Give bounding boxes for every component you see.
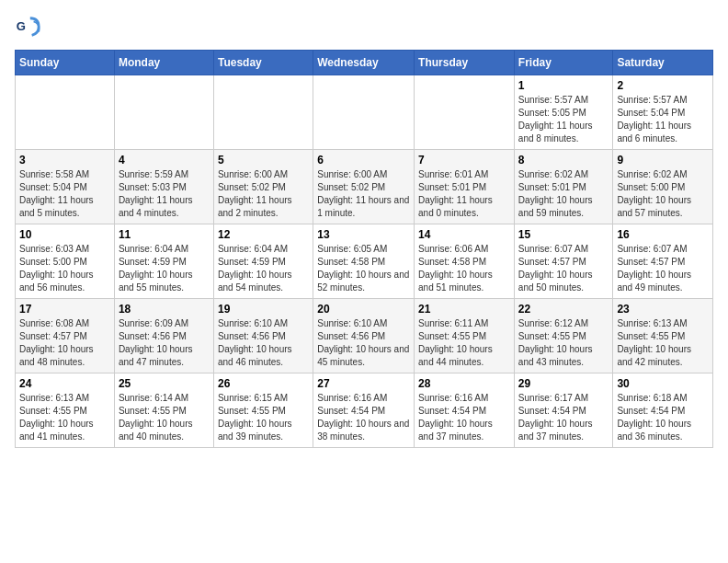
day-info: Sunrise: 6:04 AM Sunset: 4:59 PM Dayligh… xyxy=(119,243,210,294)
day-info: Sunrise: 6:13 AM Sunset: 4:55 PM Dayligh… xyxy=(617,317,709,369)
logo-icon: G xyxy=(15,15,40,40)
day-number: 29 xyxy=(518,377,609,390)
day-number: 22 xyxy=(518,303,609,316)
day-cell xyxy=(16,75,115,150)
logo: G xyxy=(15,15,44,40)
day-number: 20 xyxy=(317,303,410,316)
day-info: Sunrise: 6:10 AM Sunset: 4:56 PM Dayligh… xyxy=(218,317,309,369)
day-cell: 7Sunrise: 6:01 AM Sunset: 5:01 PM Daylig… xyxy=(415,150,515,224)
day-number: 15 xyxy=(518,228,609,241)
day-cell: 19Sunrise: 6:10 AM Sunset: 4:56 PM Dayli… xyxy=(213,299,313,373)
day-number: 7 xyxy=(418,154,510,167)
day-number: 23 xyxy=(617,303,709,316)
day-info: Sunrise: 6:16 AM Sunset: 4:54 PM Dayligh… xyxy=(317,392,410,443)
weekday-header: SundayMondayTuesdayWednesdayThursdayFrid… xyxy=(16,51,713,75)
day-cell: 23Sunrise: 6:13 AM Sunset: 4:55 PM Dayli… xyxy=(613,299,713,373)
day-number: 9 xyxy=(617,154,709,167)
day-cell: 26Sunrise: 6:15 AM Sunset: 4:55 PM Dayli… xyxy=(213,373,313,448)
day-info: Sunrise: 6:00 AM Sunset: 5:02 PM Dayligh… xyxy=(218,168,309,220)
day-cell xyxy=(415,75,515,150)
day-number: 3 xyxy=(19,154,110,167)
day-cell: 18Sunrise: 6:09 AM Sunset: 4:56 PM Dayli… xyxy=(114,299,213,373)
day-number: 18 xyxy=(119,303,210,316)
calendar: SundayMondayTuesdayWednesdayThursdayFrid… xyxy=(15,50,713,448)
day-info: Sunrise: 6:06 AM Sunset: 4:58 PM Dayligh… xyxy=(418,243,510,294)
day-info: Sunrise: 6:12 AM Sunset: 4:55 PM Dayligh… xyxy=(518,317,609,369)
day-number: 13 xyxy=(317,228,410,241)
day-cell: 9Sunrise: 6:02 AM Sunset: 5:00 PM Daylig… xyxy=(613,150,713,224)
week-row-5: 24Sunrise: 6:13 AM Sunset: 4:55 PM Dayli… xyxy=(16,373,713,448)
day-number: 26 xyxy=(218,377,309,390)
week-row-1: 1Sunrise: 5:57 AM Sunset: 5:05 PM Daylig… xyxy=(16,75,713,150)
day-number: 14 xyxy=(418,228,510,241)
day-number: 21 xyxy=(418,303,510,316)
day-number: 27 xyxy=(317,377,410,390)
day-cell xyxy=(313,75,415,150)
day-number: 10 xyxy=(19,228,110,241)
day-cell: 11Sunrise: 6:04 AM Sunset: 4:59 PM Dayli… xyxy=(114,224,213,299)
day-info: Sunrise: 6:11 AM Sunset: 4:55 PM Dayligh… xyxy=(418,317,510,369)
week-row-2: 3Sunrise: 5:58 AM Sunset: 5:04 PM Daylig… xyxy=(16,150,713,224)
day-info: Sunrise: 6:02 AM Sunset: 5:01 PM Dayligh… xyxy=(518,168,609,220)
day-number: 11 xyxy=(119,228,210,241)
calendar-body: 1Sunrise: 5:57 AM Sunset: 5:05 PM Daylig… xyxy=(16,75,713,448)
weekday-thursday: Thursday xyxy=(415,51,515,75)
day-info: Sunrise: 5:58 AM Sunset: 5:04 PM Dayligh… xyxy=(19,168,110,220)
weekday-monday: Monday xyxy=(114,51,213,75)
day-info: Sunrise: 6:07 AM Sunset: 4:57 PM Dayligh… xyxy=(617,243,709,294)
day-info: Sunrise: 5:57 AM Sunset: 5:04 PM Dayligh… xyxy=(617,94,709,145)
day-info: Sunrise: 6:10 AM Sunset: 4:56 PM Dayligh… xyxy=(317,317,410,369)
day-cell: 24Sunrise: 6:13 AM Sunset: 4:55 PM Dayli… xyxy=(16,373,115,448)
weekday-tuesday: Tuesday xyxy=(213,51,313,75)
day-number: 24 xyxy=(19,377,110,390)
day-cell: 25Sunrise: 6:14 AM Sunset: 4:55 PM Dayli… xyxy=(114,373,213,448)
day-cell xyxy=(114,75,213,150)
day-number: 1 xyxy=(518,79,609,92)
day-cell: 5Sunrise: 6:00 AM Sunset: 5:02 PM Daylig… xyxy=(213,150,313,224)
day-number: 30 xyxy=(617,377,709,390)
day-cell: 6Sunrise: 6:00 AM Sunset: 5:02 PM Daylig… xyxy=(313,150,415,224)
week-row-3: 10Sunrise: 6:03 AM Sunset: 5:00 PM Dayli… xyxy=(16,224,713,299)
day-cell: 12Sunrise: 6:04 AM Sunset: 4:59 PM Dayli… xyxy=(213,224,313,299)
day-cell: 20Sunrise: 6:10 AM Sunset: 4:56 PM Dayli… xyxy=(313,299,415,373)
week-row-4: 17Sunrise: 6:08 AM Sunset: 4:57 PM Dayli… xyxy=(16,299,713,373)
day-info: Sunrise: 6:03 AM Sunset: 5:00 PM Dayligh… xyxy=(19,243,110,294)
day-cell: 21Sunrise: 6:11 AM Sunset: 4:55 PM Dayli… xyxy=(415,299,515,373)
day-info: Sunrise: 6:05 AM Sunset: 4:58 PM Dayligh… xyxy=(317,243,410,294)
day-info: Sunrise: 6:17 AM Sunset: 4:54 PM Dayligh… xyxy=(518,392,609,443)
svg-text:G: G xyxy=(17,19,26,33)
day-cell: 3Sunrise: 5:58 AM Sunset: 5:04 PM Daylig… xyxy=(16,150,115,224)
weekday-saturday: Saturday xyxy=(613,51,713,75)
day-info: Sunrise: 5:59 AM Sunset: 5:03 PM Dayligh… xyxy=(119,168,210,220)
day-info: Sunrise: 5:57 AM Sunset: 5:05 PM Dayligh… xyxy=(518,94,609,145)
header: G xyxy=(15,15,713,40)
day-info: Sunrise: 6:08 AM Sunset: 4:57 PM Dayligh… xyxy=(19,317,110,369)
day-info: Sunrise: 6:16 AM Sunset: 4:54 PM Dayligh… xyxy=(418,392,510,443)
weekday-friday: Friday xyxy=(514,51,613,75)
day-number: 8 xyxy=(518,154,609,167)
day-cell: 22Sunrise: 6:12 AM Sunset: 4:55 PM Dayli… xyxy=(514,299,613,373)
day-number: 17 xyxy=(19,303,110,316)
day-cell: 15Sunrise: 6:07 AM Sunset: 4:57 PM Dayli… xyxy=(514,224,613,299)
day-cell: 27Sunrise: 6:16 AM Sunset: 4:54 PM Dayli… xyxy=(313,373,415,448)
day-info: Sunrise: 6:15 AM Sunset: 4:55 PM Dayligh… xyxy=(218,392,309,443)
day-info: Sunrise: 6:07 AM Sunset: 4:57 PM Dayligh… xyxy=(518,243,609,294)
day-cell: 30Sunrise: 6:18 AM Sunset: 4:54 PM Dayli… xyxy=(613,373,713,448)
day-number: 6 xyxy=(317,154,410,167)
day-info: Sunrise: 6:13 AM Sunset: 4:55 PM Dayligh… xyxy=(19,392,110,443)
day-cell: 2Sunrise: 5:57 AM Sunset: 5:04 PM Daylig… xyxy=(613,75,713,150)
day-cell: 10Sunrise: 6:03 AM Sunset: 5:00 PM Dayli… xyxy=(16,224,115,299)
day-cell: 4Sunrise: 5:59 AM Sunset: 5:03 PM Daylig… xyxy=(114,150,213,224)
day-info: Sunrise: 6:14 AM Sunset: 4:55 PM Dayligh… xyxy=(119,392,210,443)
day-info: Sunrise: 6:02 AM Sunset: 5:00 PM Dayligh… xyxy=(617,168,709,220)
weekday-sunday: Sunday xyxy=(16,51,115,75)
day-number: 12 xyxy=(218,228,309,241)
day-number: 16 xyxy=(617,228,709,241)
day-cell: 17Sunrise: 6:08 AM Sunset: 4:57 PM Dayli… xyxy=(16,299,115,373)
day-cell: 16Sunrise: 6:07 AM Sunset: 4:57 PM Dayli… xyxy=(613,224,713,299)
day-number: 19 xyxy=(218,303,309,316)
day-info: Sunrise: 6:04 AM Sunset: 4:59 PM Dayligh… xyxy=(218,243,309,294)
day-number: 28 xyxy=(418,377,510,390)
day-cell: 1Sunrise: 5:57 AM Sunset: 5:05 PM Daylig… xyxy=(514,75,613,150)
day-info: Sunrise: 6:09 AM Sunset: 4:56 PM Dayligh… xyxy=(119,317,210,369)
